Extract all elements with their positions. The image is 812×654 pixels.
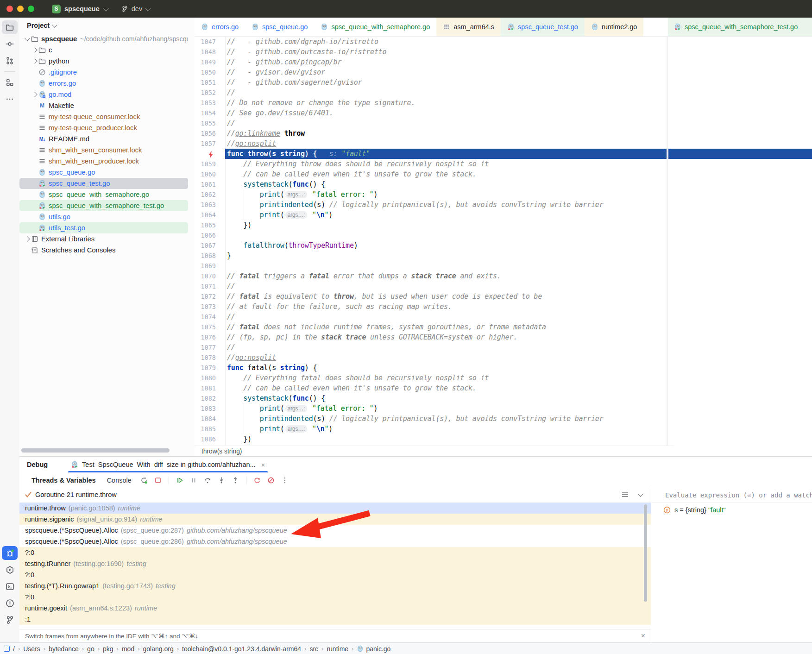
step-into-button[interactable] xyxy=(215,475,227,486)
line-number[interactable]: 1063 xyxy=(195,201,225,208)
stack-frame[interactable]: ?:0 xyxy=(19,569,651,580)
line-number[interactable]: 1054 xyxy=(195,109,225,117)
editor-tab-runtime2-go[interactable]: runtime2.go xyxy=(585,18,644,36)
goroutine-header-row[interactable]: Goroutine 21 runtime.throw xyxy=(19,488,651,502)
activity-button-git-branch[interactable] xyxy=(2,613,18,627)
close-window-button[interactable] xyxy=(6,6,13,12)
editor-tab-spsc-queue-with-semaphore-test-go[interactable]: spsc_queue_with_semaphore_test.go xyxy=(668,18,812,36)
breadcrumb-item[interactable]: bytedance xyxy=(49,645,79,653)
line-number[interactable]: 1056 xyxy=(195,130,225,137)
tree-item-shm-with-sem-consumer-lock[interactable]: shm_with_sem_consumer.lock xyxy=(19,145,188,156)
mute-breakpoints-button[interactable] xyxy=(265,475,277,486)
tree-item-scratches-and-consoles[interactable]: Scratches and Consoles xyxy=(19,245,188,256)
line-number[interactable]: 1066 xyxy=(195,232,225,239)
tree-item-utils-test-go[interactable]: utils_test.go xyxy=(19,222,188,233)
stack-frame[interactable]: :1 xyxy=(19,614,651,625)
stack-frame[interactable]: runtime.goexit(asm_arm64.s:1223)runtime xyxy=(19,603,651,614)
stack-frame[interactable]: ?:0 xyxy=(19,547,651,558)
breadcrumb-item[interactable]: golang.org xyxy=(143,645,174,653)
line-number[interactable]: 1069 xyxy=(195,262,225,270)
line-number[interactable]: 1061 xyxy=(195,181,225,188)
step-out-button[interactable] xyxy=(229,475,241,486)
line-number[interactable]: 1050 xyxy=(195,69,225,76)
editor-breadcrumb[interactable]: throw(s string) xyxy=(195,446,674,456)
chevron-down-icon[interactable] xyxy=(638,491,643,497)
tree-item-readme-md[interactable]: MREADME.md xyxy=(19,133,188,145)
zoom-window-button[interactable] xyxy=(28,6,34,12)
line-number[interactable]: 1084 xyxy=(195,415,225,422)
line-number[interactable]: 1052 xyxy=(195,89,225,96)
stack-frame[interactable]: runtime.sigpanic(signal_unix.go:914)runt… xyxy=(19,514,651,525)
evaluate-expression-input[interactable]: Evaluate expression (⏎) or add a watch (… xyxy=(651,488,812,503)
line-number[interactable]: 1048 xyxy=(195,48,225,56)
breadcrumb-item[interactable]: pkg xyxy=(103,645,113,653)
tree-item-spsc-queue-with-semaphore-go[interactable]: spsc_queue_with_semaphore.go xyxy=(19,189,188,200)
line-number[interactable]: 1079 xyxy=(195,364,225,371)
line-number[interactable]: 1070 xyxy=(195,272,225,280)
editor-tab-spsc-queue-test-go[interactable]: spsc_queue_test.go xyxy=(501,18,585,36)
tree-item-external-libraries[interactable]: External Libraries xyxy=(19,233,188,245)
tree-item-spscqueue[interactable]: spscqueue~/code/github.com/ahfuzhang/sps… xyxy=(19,33,188,44)
line-number[interactable]: 1078 xyxy=(195,354,225,361)
breadcrumb-item[interactable]: src xyxy=(309,645,318,653)
editor-tab-errors-go[interactable]: errors.go xyxy=(195,18,245,36)
chevron-right-icon[interactable] xyxy=(31,59,38,63)
activity-button-run[interactable] xyxy=(2,563,18,577)
tree-item-spsc-queue-test-go[interactable]: spsc_queue_test.go xyxy=(19,178,188,189)
step-over-button[interactable] xyxy=(201,475,214,486)
chevron-down-icon[interactable] xyxy=(23,38,31,40)
vertical-scrollbar[interactable] xyxy=(644,504,647,602)
line-number[interactable]: 1083 xyxy=(195,405,225,412)
close-icon[interactable]: × xyxy=(261,461,265,469)
line-number[interactable]: 1068 xyxy=(195,252,225,259)
activity-button-terminal[interactable] xyxy=(2,579,18,593)
activity-button-folder[interactable] xyxy=(2,20,18,34)
tree-item-spsc-queue-go[interactable]: spsc_queue.go xyxy=(19,167,188,178)
line-number[interactable]: 1071 xyxy=(195,283,225,290)
line-number[interactable]: 1059 xyxy=(195,160,225,168)
code-editor[interactable]: 1047// - github.com/dgraph-io/ristretto1… xyxy=(195,37,667,446)
line-number[interactable]: 1067 xyxy=(195,242,225,249)
editor-tab-asm-arm64-s[interactable]: asm_arm64.s xyxy=(436,18,501,36)
debug-tab-threads-variables[interactable]: Threads & Variables xyxy=(27,477,101,484)
line-number[interactable]: 1049 xyxy=(195,58,225,66)
tree-item--gitignore[interactable]: .gitignore xyxy=(19,67,188,78)
chevron-right-icon[interactable] xyxy=(31,48,38,52)
activity-button-structure[interactable] xyxy=(2,75,18,89)
minimize-window-button[interactable] xyxy=(17,6,24,12)
chevron-right-icon[interactable] xyxy=(31,93,38,96)
stack-frame[interactable]: spscqueue.(*SpscQueue).Alloc(spsc_queue.… xyxy=(19,536,651,547)
breadcrumb-item[interactable]: mod xyxy=(122,645,134,653)
breadcrumb-item[interactable]: / xyxy=(13,645,15,653)
pause-button[interactable] xyxy=(188,475,200,486)
close-icon[interactable]: × xyxy=(641,632,645,640)
chevron-right-icon[interactable] xyxy=(23,237,31,241)
line-number[interactable]: 1064 xyxy=(195,211,225,219)
line-number[interactable]: 1051 xyxy=(195,79,225,86)
stack-frame[interactable]: spscqueue.(*SpscQueue).Alloc(spsc_queue.… xyxy=(19,525,651,536)
line-number[interactable]: 1055 xyxy=(195,119,225,127)
project-panel-header[interactable]: Project xyxy=(19,18,195,33)
line-number[interactable]: 1077 xyxy=(195,344,225,351)
line-number[interactable]: 1081 xyxy=(195,384,225,392)
menu-icon[interactable] xyxy=(622,492,629,497)
vcs-branch-widget[interactable]: dev xyxy=(121,5,150,13)
breadcrumb-item[interactable]: go xyxy=(87,645,94,653)
stack-frame[interactable]: runtime.throw(panic.go:1058)runtime xyxy=(19,503,651,514)
editor-tab-spsc-queue-with-semaphore-go[interactable]: spsc_queue_with_semaphore.go xyxy=(314,18,436,36)
tree-item-makefile[interactable]: MMakefile xyxy=(19,100,188,111)
activity-button-pull-request[interactable] xyxy=(2,54,18,68)
breadcrumb-item[interactable]: panic.go xyxy=(357,645,390,653)
horizontal-scrollbar[interactable] xyxy=(21,448,170,453)
tree-item-errors-go[interactable]: errors.go xyxy=(19,78,188,89)
debug-session-tab[interactable]: Test_SpscQueue_With_diff_size in github.… xyxy=(66,457,270,472)
line-number[interactable]: 1060 xyxy=(195,170,225,178)
activity-button-debug[interactable] xyxy=(2,546,18,560)
tree-item-python[interactable]: python xyxy=(19,56,188,67)
line-number[interactable]: 1053 xyxy=(195,99,225,107)
tree-item-spsc-queue-with-semaphore-test-go[interactable]: spsc_queue_with_semaphore_test.go xyxy=(19,200,188,211)
line-number[interactable]: 1065 xyxy=(195,221,225,229)
line-number[interactable]: 1062 xyxy=(195,191,225,198)
tree-item-c[interactable]: c xyxy=(19,44,188,56)
resume-button[interactable] xyxy=(174,475,186,486)
